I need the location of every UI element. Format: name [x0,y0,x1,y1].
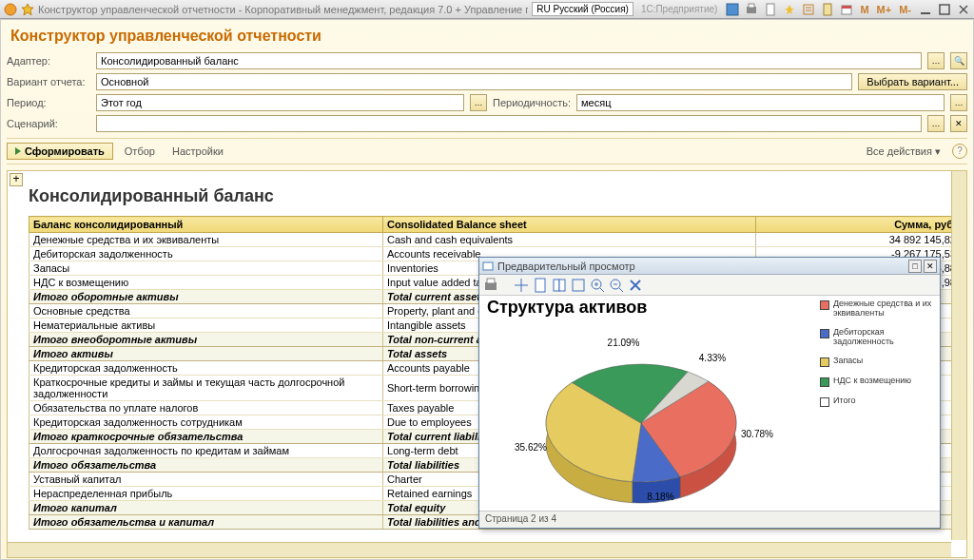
svg-text:4.33%: 4.33% [699,353,726,363]
close-icon[interactable] [957,3,970,16]
scenario-label: Сценарий: [7,118,90,129]
svg-rect-24 [559,280,565,291]
svg-line-31 [619,288,623,292]
app-icon [4,3,17,16]
scenario-ellipsis-button[interactable]: … [927,115,945,132]
star-icon[interactable] [21,3,34,16]
svg-rect-14 [940,5,949,14]
scenario-clear-button[interactable]: ✕ [950,115,967,132]
print-icon[interactable] [745,3,758,16]
legend-item: НДС к возмещению [820,377,934,387]
report-title: Консолидированный баланс [29,186,961,206]
close-preview-icon[interactable] [628,278,643,293]
language-selector[interactable]: RU Русский (Россия) [532,2,633,16]
svg-rect-5 [767,4,774,15]
preview-titlebar[interactable]: Предварительный просмотр □ ✕ [479,258,940,275]
svg-rect-25 [573,280,584,291]
svg-rect-7 [804,5,813,14]
table-row[interactable]: Денежные средства и их эквивалентыCash a… [29,233,961,247]
report-toolbar: Сформировать Отбор Настройки Все действи… [7,138,967,164]
grid-icon[interactable] [726,3,739,16]
pie-chart: 30.78%8.18%35.62%21.09%4.33% [479,319,803,509]
maximize-icon[interactable] [938,3,951,16]
run-button[interactable]: Сформировать [7,143,113,160]
run-label: Сформировать [25,145,105,157]
help-icon[interactable]: ? [952,144,967,159]
th-ru: Баланс консолидированный [29,217,383,233]
pages-icon[interactable] [552,278,567,293]
preview-window: Предварительный просмотр □ ✕ Структура а… [478,257,941,529]
adapter-search-button[interactable]: 🔍 [950,52,967,69]
list-icon[interactable] [802,3,815,16]
adapter-ellipsis-button[interactable]: … [927,52,945,69]
adapter-input[interactable] [96,52,922,69]
svg-text:8.18%: 8.18% [647,492,673,502]
period-input[interactable] [96,94,464,111]
preview-icon [482,261,494,272]
variant-select-button[interactable]: Выбрать вариант... [858,73,967,90]
vertical-scrollbar[interactable] [951,171,966,540]
svg-rect-12 [842,6,851,9]
cal-icon[interactable] [840,3,853,16]
periodicity-label: Периодичность: [493,97,571,108]
expand-button[interactable]: + [10,173,23,186]
svg-line-27 [600,288,604,292]
all-actions-button[interactable]: Все действия ▾ [861,144,946,160]
legend-item: Запасы [820,357,934,367]
th-amt: Сумма, руб. [755,217,960,233]
m-icon[interactable]: M [860,4,868,15]
move-icon[interactable] [514,278,529,293]
app-name-label: 1С:Предприятие) [641,4,718,14]
m-minus-icon[interactable]: M- [899,4,911,15]
filter-button[interactable]: Отбор [119,144,161,159]
zoom-out-icon[interactable] [609,278,624,293]
svg-marker-1 [22,4,33,15]
scenario-input[interactable] [96,115,922,132]
m-plus-icon[interactable]: M+ [877,4,892,15]
legend-item: Итого [820,396,934,407]
th-en: Consolidated Balance sheet [383,217,756,233]
settings-button[interactable]: Настройки [166,144,229,159]
calc-icon[interactable] [821,3,834,16]
svg-rect-13 [921,12,930,14]
zoom-in-icon[interactable] [590,278,605,293]
svg-text:30.78%: 30.78% [741,429,773,439]
preview-content: Структура активов 30.78%8.18%35.62%21.09… [479,296,940,511]
svg-rect-4 [749,4,754,8]
chart-title: Структура активов [487,298,647,318]
fit-icon[interactable] [571,278,586,293]
preview-status: Страница 2 из 4 [479,511,940,528]
horizontal-scrollbar[interactable] [8,542,951,557]
svg-text:35.62%: 35.62% [515,442,547,453]
chart-legend: Денежные средства и их эквивалентыДебито… [820,299,934,416]
svg-marker-6 [785,5,794,14]
window-title: Конструктор управленческой отчетности - … [38,4,528,15]
periodicity-ellipsis-button[interactable]: … [950,94,967,111]
preview-title-text: Предварительный просмотр [497,261,906,272]
preview-toolbar [479,275,940,296]
variant-label: Вариант отчета: [7,76,90,87]
legend-item: Денежные средства и их эквиваленты [820,299,934,319]
page-icon[interactable] [533,278,548,293]
svg-rect-22 [536,279,545,292]
period-ellipsis-button[interactable]: … [470,94,487,111]
svg-rect-10 [824,4,831,15]
variant-input[interactable] [96,73,852,90]
star2-icon[interactable] [783,3,796,16]
preview-close-button[interactable]: ✕ [924,260,937,273]
preview-maximize-button[interactable]: □ [908,260,922,273]
periodicity-input[interactable] [576,94,945,111]
svg-rect-17 [483,262,493,270]
minimize-icon[interactable] [919,3,932,16]
print-icon[interactable] [483,278,498,293]
period-label: Период: [7,97,90,108]
doc-icon[interactable] [764,3,777,16]
svg-rect-23 [554,280,559,291]
page-title: Конструктор управленческой отчетности [10,28,967,45]
svg-rect-19 [487,279,495,283]
svg-rect-2 [727,4,738,15]
svg-text:21.09%: 21.09% [608,338,640,348]
legend-item: Дебиторская задолженность [820,328,934,347]
svg-point-0 [5,4,16,15]
play-icon [15,147,21,155]
